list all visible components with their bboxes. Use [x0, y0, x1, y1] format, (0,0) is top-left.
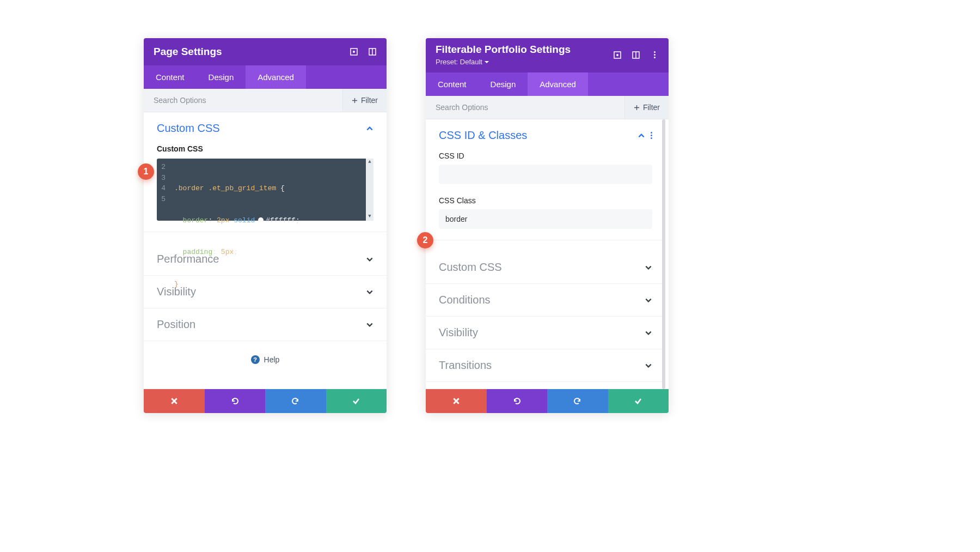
chevron-down-icon — [645, 296, 652, 304]
tab-advanced[interactable]: Advanced — [246, 65, 306, 89]
cancel-button[interactable] — [144, 389, 205, 413]
redo-icon — [573, 397, 582, 405]
tab-content[interactable]: Content — [426, 72, 479, 96]
panel-body: Custom CSS Custom CSS 2 3 4 5 .border .e… — [144, 112, 387, 389]
portfolio-settings-panel: Filterable Portfolio Settings Preset: De… — [426, 38, 669, 413]
section-visibility[interactable]: Visibility — [426, 317, 665, 349]
check-icon — [634, 397, 642, 405]
help-label: Help — [264, 355, 280, 364]
chevron-down-icon — [645, 362, 652, 369]
snap-icon[interactable] — [368, 47, 377, 56]
section-transitions[interactable]: Transitions — [426, 349, 665, 382]
chevron-down-icon — [485, 60, 489, 64]
expand-icon[interactable] — [350, 47, 358, 56]
filter-label: Filter — [361, 96, 378, 105]
annotation-badge-1: 1 — [138, 163, 154, 180]
section-header-custom-css[interactable]: Custom CSS — [157, 122, 373, 135]
undo-icon — [230, 397, 239, 405]
code-gutter: 2 3 4 5 — [157, 159, 170, 221]
chevron-down-icon — [645, 329, 652, 337]
cancel-button[interactable] — [426, 389, 487, 413]
undo-button[interactable] — [205, 389, 266, 413]
close-icon — [170, 397, 178, 405]
filter-button[interactable]: Filter — [624, 96, 669, 119]
section-conditions[interactable]: Conditions — [426, 284, 665, 317]
tabs: Content Design Advanced — [426, 72, 669, 96]
snap-icon[interactable] — [632, 51, 640, 59]
page-settings-panel: Page Settings Content Design Advanced Fi… — [144, 38, 387, 413]
tab-design[interactable]: Design — [197, 65, 246, 89]
more-icon[interactable] — [651, 132, 652, 139]
chevron-down-icon — [645, 264, 652, 271]
code-scrollbar[interactable]: ▲ ▼ — [366, 159, 373, 221]
redo-button[interactable] — [547, 389, 608, 413]
preset-selector[interactable]: Preset: Default — [436, 58, 571, 66]
expand-icon[interactable] — [613, 51, 622, 59]
search-input[interactable] — [436, 96, 624, 119]
header-titles: Filterable Portfolio Settings Preset: De… — [436, 44, 571, 66]
panel-header: Filterable Portfolio Settings Preset: De… — [426, 38, 669, 72]
panel-title: Filterable Portfolio Settings — [436, 44, 571, 56]
close-icon — [452, 397, 460, 405]
filter-label: Filter — [643, 103, 660, 112]
svg-point-10 — [617, 54, 618, 55]
scrollbar[interactable] — [662, 119, 665, 389]
panel-footer — [426, 389, 669, 413]
redo-icon — [291, 397, 300, 405]
panel-body: CSS ID & Classes CSS ID CSS Class Custom… — [426, 119, 669, 389]
header-actions — [350, 47, 377, 56]
css-class-label: CSS Class — [439, 196, 652, 205]
scroll-down-icon[interactable]: ▼ — [366, 213, 373, 221]
panel-footer — [144, 389, 387, 413]
custom-css-label: Custom CSS — [157, 144, 373, 153]
tab-advanced[interactable]: Advanced — [528, 72, 588, 96]
section-title: Custom CSS — [157, 122, 220, 135]
svg-point-1 — [353, 51, 354, 52]
annotation-badge-2: 2 — [417, 232, 433, 248]
search-row: Filter — [426, 96, 669, 119]
code-content[interactable]: .border .et_pb_grid_item { border: 2px s… — [170, 159, 373, 221]
code-editor[interactable]: 2 3 4 5 .border .et_pb_grid_item { borde… — [157, 159, 373, 221]
section-position[interactable]: Position — [144, 308, 387, 341]
panel-title: Page Settings — [154, 46, 222, 58]
header-actions — [613, 51, 659, 59]
svg-marker-8 — [485, 61, 489, 63]
search-row: Filter — [144, 89, 387, 112]
section-header-css-id-classes[interactable]: CSS ID & Classes — [439, 129, 652, 142]
filter-button[interactable]: Filter — [342, 89, 387, 112]
color-swatch-icon — [258, 217, 264, 223]
section-custom-css: Custom CSS Custom CSS 2 3 4 5 .border .e… — [144, 112, 387, 232]
undo-icon — [512, 397, 521, 405]
chevron-up-icon — [366, 125, 373, 132]
chevron-down-icon — [366, 321, 373, 329]
more-icon[interactable] — [650, 51, 659, 59]
redo-button[interactable] — [265, 389, 326, 413]
save-button[interactable] — [326, 389, 387, 413]
section-title: CSS ID & Classes — [439, 129, 527, 142]
panel-header: Page Settings — [144, 38, 387, 65]
tab-content[interactable]: Content — [144, 65, 197, 89]
check-icon — [352, 397, 360, 405]
help-row[interactable]: ? Help — [144, 341, 387, 378]
search-input[interactable] — [154, 89, 342, 112]
help-icon: ? — [251, 355, 260, 364]
undo-button[interactable] — [487, 389, 548, 413]
tab-design[interactable]: Design — [479, 72, 528, 96]
section-custom-css[interactable]: Custom CSS — [426, 251, 665, 284]
section-position[interactable]: Position — [426, 382, 665, 389]
chevron-up-icon — [638, 132, 645, 139]
css-class-input[interactable] — [439, 209, 652, 229]
section-css-id-classes: CSS ID & Classes CSS ID CSS Class — [426, 119, 665, 240]
tabs: Content Design Advanced — [144, 65, 387, 89]
css-id-label: CSS ID — [439, 151, 652, 160]
css-id-input[interactable] — [439, 165, 652, 184]
scroll-up-icon[interactable]: ▲ — [366, 159, 373, 166]
save-button[interactable] — [608, 389, 669, 413]
